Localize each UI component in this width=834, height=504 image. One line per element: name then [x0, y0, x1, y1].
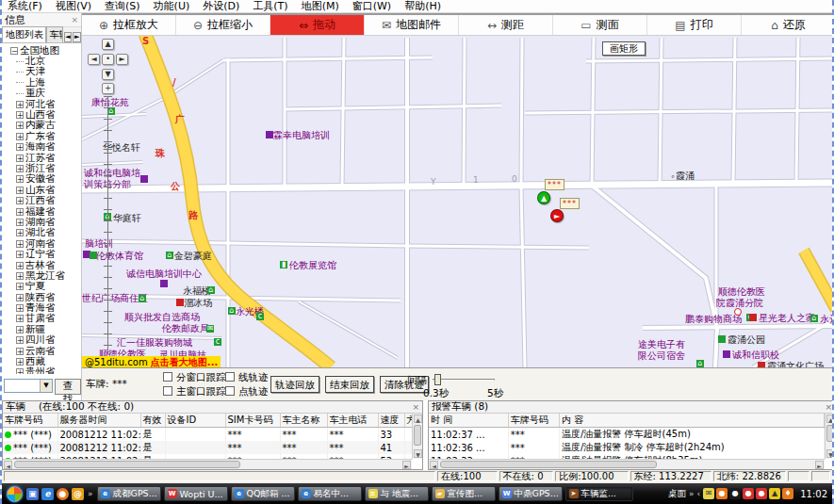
taskbar-button-车辆监...[interactable]: ➤车辆监...: [565, 486, 633, 501]
toolbar-button-pan[interactable]: ⇔拖动: [270, 15, 365, 35]
tab-scroll-right-icon[interactable]: ►: [73, 32, 81, 42]
desktop-toolbar-label[interactable]: 桌面: [668, 488, 686, 500]
map-watermark[interactable]: @51ditu.com 点击看大地图...: [82, 356, 221, 367]
vehicle-marker-red[interactable]: ►: [550, 209, 564, 222]
desktop-chevron-icon[interactable]: »: [689, 489, 695, 498]
app-window: 系统(F)视图(V)查询(S)功能(U)外设(D)工具(T)地图(M)窗口(W)…: [0, 0, 834, 504]
draw-rectangle-button[interactable]: 画矩形: [602, 41, 646, 56]
checkbox-线轨迹[interactable]: [225, 372, 235, 382]
zoom-in-icon: ⊕: [99, 19, 108, 32]
checkbox-主窗口跟踪[interactable]: [163, 386, 172, 396]
taskbar-button-成都GPS...[interactable]: e成都GPS...: [97, 486, 161, 501]
toolbar-button-restore[interactable]: ⌂还原: [742, 15, 834, 35]
menu-item[interactable]: 外设(D): [203, 0, 239, 12]
mail-tray-icon[interactable]: ✉: [703, 488, 714, 499]
qq-red-tray-icon[interactable]: ●: [743, 488, 754, 499]
taskbar-button-QQ邮箱 ...[interactable]: eQQ邮箱 ...: [231, 486, 295, 501]
menu-item[interactable]: 地图(M): [302, 0, 339, 12]
wangwang-tray-icon[interactable]: ●: [716, 488, 728, 499]
status-cell: [788, 471, 809, 481]
menu-item[interactable]: 功能(U): [154, 0, 190, 12]
vehicle-col-header[interactable]: 车牌号码: [3, 414, 57, 428]
alarm-panel-close-icon[interactable]: ×: [825, 402, 832, 412]
qq-black-tray-icon[interactable]: ●: [729, 488, 741, 499]
vehicle-table[interactable]: 车牌号码服务器时间有效设备IDSIM卡号码车主名称车主电话速度方*** (***…: [3, 414, 412, 459]
quicklaunch-app-icon[interactable]: @: [72, 488, 84, 500]
pan-up-button[interactable]: ▲: [102, 39, 114, 50]
vehicle-hscrollbar[interactable]: ◄►: [3, 459, 412, 469]
alarm-col-header[interactable]: 内 容: [559, 414, 824, 428]
taskbar-button-宣传图...[interactable]: ▰宣传图...: [432, 486, 496, 501]
start-button-icon[interactable]: [7, 486, 23, 502]
toolbar-button-zoom-out[interactable]: ⊖拉框缩小: [176, 15, 270, 35]
menu-item[interactable]: 帮助(H): [404, 0, 441, 12]
vehicle-col-header[interactable]: 速度: [378, 414, 404, 428]
vehicle-col-header[interactable]: 服务器时间: [57, 414, 140, 428]
vehicle-col-header[interactable]: 车主电话: [327, 414, 378, 428]
alarm-vscrollbar[interactable]: ▲▼: [825, 414, 834, 459]
sidebar-close-icon[interactable]: ×: [71, 15, 78, 24]
quicklaunch-chevron-icon[interactable]: »: [88, 489, 93, 498]
taskbar: ▣ e ● @ » e成都GPS...WWopti U...eQQ邮箱 ...e…: [2, 483, 832, 504]
alarm-col-header[interactable]: 车牌号码: [508, 414, 559, 428]
combo-dropdown-icon[interactable]: ▼: [40, 380, 52, 392]
sidebar-tab-地图列表[interactable]: 地图列表: [2, 26, 46, 42]
expo-square-icon: ▮: [280, 261, 287, 268]
vehicle-row[interactable]: *** (***)20081212 11:02:38是*********33: [3, 428, 412, 442]
vehicle-col-header[interactable]: 车主名称: [280, 414, 327, 428]
warning-tray-icon[interactable]: ▲: [769, 488, 780, 499]
track-button-结束回放[interactable]: 结束回放: [325, 376, 374, 393]
pan-left-button[interactable]: ◄: [88, 54, 100, 65]
toolbar-button-zoom-in[interactable]: ⊕拉框放大: [82, 15, 176, 35]
vehicle-marker-green[interactable]: ▲: [537, 191, 550, 204]
vehicle-vscrollbar[interactable]: ▲▼: [412, 414, 422, 459]
pan-right-button[interactable]: ►: [116, 54, 128, 65]
checkbox-分窗口跟踪[interactable]: [163, 372, 172, 382]
tray-collapse-icon[interactable]: ‹: [697, 489, 701, 498]
alarm-table[interactable]: 时 间车牌号码内 容11:02:37 ...***温度/油量报警 停车超时(45…: [429, 414, 825, 459]
toolbar-button-map-mail[interactable]: ✉地图邮件: [365, 15, 459, 35]
vehicle-col-header[interactable]: 方: [404, 414, 412, 428]
alarm-col-header[interactable]: 时 间: [429, 414, 508, 428]
flame-tray-icon[interactable]: ♦: [782, 488, 793, 499]
menu-item[interactable]: 工具(T): [253, 0, 287, 12]
tree-item[interactable]: +贵州省: [5, 367, 81, 374]
vehicle-col-header[interactable]: SIM卡号码: [225, 414, 280, 428]
menu-item[interactable]: 系统(F): [8, 0, 42, 12]
map-canvas[interactable]: 康怡花苑华悦名轩诚和信电脑培训策培分部霖幸电脑培训华庭轩脑培训伦教体育馆金碧豪庭…: [82, 36, 834, 367]
pan-down-button[interactable]: ▼: [102, 69, 114, 80]
search-combo[interactable]: ▼: [4, 379, 53, 393]
taskbar-button-label: 与 地震...: [381, 488, 419, 500]
taskbar-button-易名中...[interactable]: e易名中...: [298, 486, 362, 501]
quicklaunch-ie-icon[interactable]: e: [41, 488, 54, 500]
taskbar-clock: 11:02: [800, 489, 827, 499]
alarm-row[interactable]: 11:02:37 ...***温度/油量报警 停车超时(45m): [429, 428, 825, 442]
taskbar-button-与 地震...[interactable]: ≡与 地震...: [365, 486, 429, 501]
track-button-轨迹回放[interactable]: 轨迹回放: [270, 376, 319, 393]
zoom-in-button[interactable]: +: [102, 83, 114, 94]
menu-item[interactable]: 查询(S): [105, 0, 140, 12]
quicklaunch-browser-icon[interactable]: ●: [57, 488, 69, 500]
interval-slider[interactable]: [433, 374, 495, 386]
checkbox-点轨迹[interactable]: [225, 386, 235, 396]
vehicle-panel-close-icon[interactable]: ×: [412, 402, 419, 412]
menu-item[interactable]: 窗口(W): [352, 0, 391, 12]
alarm-row[interactable]: 11:02:36 ...***温度/油量报警 制冷 停车超时(2h24m): [429, 441, 825, 454]
toolbar-button-measure-distance[interactable]: ↔测距: [459, 15, 553, 35]
sidebar-tab-车辆[interactable]: 车辆: [46, 26, 63, 42]
toolbar-button-measure-area[interactable]: ▭测面: [553, 15, 647, 35]
zoom-slider[interactable]: [104, 96, 112, 354]
find-button[interactable]: 查找: [55, 379, 81, 395]
toolbar-button-print[interactable]: ▤打印: [647, 15, 742, 35]
quicklaunch-desktop-icon[interactable]: ▣: [26, 488, 39, 500]
alarm-hscrollbar[interactable]: ◄►: [429, 459, 825, 469]
menu-item[interactable]: 视图(V): [56, 0, 91, 12]
vehicle-row[interactable]: *** (***)20081212 11:02:39是*********41: [3, 441, 412, 454]
taskbar-button-中鼎GPS...[interactable]: W中鼎GPS...: [499, 486, 563, 501]
vehicle-col-header[interactable]: 设备ID: [165, 414, 225, 428]
taskbar-button-Wopti U...[interactable]: WWopti U...: [164, 486, 228, 501]
pan-center-button[interactable]: •: [102, 54, 114, 65]
vehicle-col-header[interactable]: 有效: [140, 414, 165, 428]
qq-red2-tray-icon[interactable]: ●: [756, 488, 767, 499]
tab-scroll-left-icon[interactable]: ◄: [64, 32, 73, 42]
